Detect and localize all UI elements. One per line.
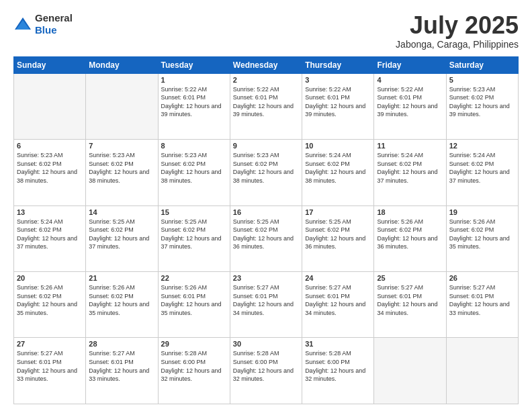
calendar-cell: 10Sunrise: 5:24 AMSunset: 6:02 PMDayligh…: [302, 140, 374, 205]
day-number: 22: [161, 274, 227, 282]
calendar-cell: 31Sunrise: 5:28 AMSunset: 6:00 PMDayligh…: [302, 338, 374, 404]
day-info: Sunrise: 5:23 AMSunset: 6:02 PMDaylight:…: [17, 151, 83, 185]
day-info: Sunrise: 5:26 AMSunset: 6:02 PMDaylight:…: [17, 283, 83, 317]
calendar-cell: 13Sunrise: 5:24 AMSunset: 6:02 PMDayligh…: [14, 205, 86, 271]
calendar-week-3: 13Sunrise: 5:24 AMSunset: 6:02 PMDayligh…: [14, 205, 519, 271]
logo-icon: [13, 16, 32, 32]
main-title: July 2025: [396, 12, 519, 39]
day-number: 18: [377, 208, 443, 216]
day-number: 8: [161, 142, 227, 150]
calendar-cell: [374, 338, 446, 404]
day-number: 15: [161, 208, 227, 216]
day-number: 12: [449, 142, 515, 150]
day-number: 26: [449, 274, 515, 282]
calendar-cell: 24Sunrise: 5:27 AMSunset: 6:01 PMDayligh…: [302, 272, 374, 338]
header: General Blue July 2025 Jabonga, Caraga, …: [13, 12, 519, 50]
day-number: 14: [89, 208, 154, 216]
day-number: 30: [233, 340, 299, 348]
logo-blue: Blue: [35, 24, 57, 36]
calendar-cell: 7Sunrise: 5:23 AMSunset: 6:02 PMDaylight…: [86, 140, 158, 205]
day-number: 24: [305, 274, 371, 282]
day-info: Sunrise: 5:27 AMSunset: 6:01 PMDaylight:…: [89, 349, 154, 383]
calendar-cell: 14Sunrise: 5:25 AMSunset: 6:02 PMDayligh…: [86, 205, 158, 271]
calendar-cell: 25Sunrise: 5:27 AMSunset: 6:01 PMDayligh…: [374, 272, 446, 338]
day-number: 10: [305, 142, 371, 150]
calendar-cell: 8Sunrise: 5:23 AMSunset: 6:02 PMDaylight…: [158, 140, 230, 205]
day-number: 27: [17, 340, 83, 348]
calendar-cell: 27Sunrise: 5:27 AMSunset: 6:01 PMDayligh…: [14, 338, 86, 404]
day-number: 13: [17, 208, 83, 216]
day-info: Sunrise: 5:24 AMSunset: 6:02 PMDaylight:…: [449, 151, 515, 185]
calendar-cell: 3Sunrise: 5:22 AMSunset: 6:01 PMDaylight…: [302, 73, 374, 139]
calendar-cell: 17Sunrise: 5:25 AMSunset: 6:02 PMDayligh…: [302, 205, 374, 271]
day-number: 23: [233, 274, 299, 282]
calendar-cell: 11Sunrise: 5:24 AMSunset: 6:02 PMDayligh…: [374, 140, 446, 205]
day-info: Sunrise: 5:26 AMSunset: 6:02 PMDaylight:…: [449, 218, 515, 251]
day-info: Sunrise: 5:27 AMSunset: 6:01 PMDaylight:…: [305, 283, 371, 317]
calendar-week-1: 1Sunrise: 5:22 AMSunset: 6:01 PMDaylight…: [14, 73, 519, 139]
calendar-cell: 12Sunrise: 5:24 AMSunset: 6:02 PMDayligh…: [446, 140, 518, 205]
day-info: Sunrise: 5:28 AMSunset: 6:00 PMDaylight:…: [161, 349, 227, 383]
calendar-cell: 15Sunrise: 5:25 AMSunset: 6:02 PMDayligh…: [158, 205, 230, 271]
day-number: 19: [449, 208, 515, 216]
calendar-header-monday: Monday: [86, 56, 158, 73]
calendar-cell: 18Sunrise: 5:26 AMSunset: 6:02 PMDayligh…: [374, 205, 446, 271]
calendar-cell: 26Sunrise: 5:27 AMSunset: 6:01 PMDayligh…: [446, 272, 518, 338]
day-number: 3: [305, 76, 371, 84]
day-info: Sunrise: 5:25 AMSunset: 6:02 PMDaylight:…: [161, 218, 227, 251]
day-info: Sunrise: 5:23 AMSunset: 6:02 PMDaylight:…: [449, 85, 515, 119]
day-info: Sunrise: 5:22 AMSunset: 6:01 PMDaylight:…: [377, 85, 443, 119]
calendar-cell: 28Sunrise: 5:27 AMSunset: 6:01 PMDayligh…: [86, 338, 158, 404]
calendar-cell: 23Sunrise: 5:27 AMSunset: 6:01 PMDayligh…: [230, 272, 302, 338]
calendar-week-4: 20Sunrise: 5:26 AMSunset: 6:02 PMDayligh…: [14, 272, 519, 338]
day-number: 5: [449, 76, 515, 84]
day-info: Sunrise: 5:24 AMSunset: 6:02 PMDaylight:…: [305, 151, 371, 185]
day-info: Sunrise: 5:28 AMSunset: 6:00 PMDaylight:…: [305, 349, 371, 383]
day-info: Sunrise: 5:28 AMSunset: 6:00 PMDaylight:…: [233, 349, 299, 383]
day-number: 20: [17, 274, 83, 282]
calendar-header-friday: Friday: [374, 56, 446, 73]
calendar-header-row: SundayMondayTuesdayWednesdayThursdayFrid…: [14, 56, 519, 73]
day-info: Sunrise: 5:24 AMSunset: 6:02 PMDaylight:…: [17, 218, 83, 251]
calendar-cell: 5Sunrise: 5:23 AMSunset: 6:02 PMDaylight…: [446, 73, 518, 139]
day-number: 11: [377, 142, 443, 150]
day-info: Sunrise: 5:22 AMSunset: 6:01 PMDaylight:…: [233, 85, 299, 119]
calendar-cell: 2Sunrise: 5:22 AMSunset: 6:01 PMDaylight…: [230, 73, 302, 139]
calendar-cell: [86, 73, 158, 139]
day-info: Sunrise: 5:23 AMSunset: 6:02 PMDaylight:…: [233, 151, 299, 185]
logo-text: General Blue: [35, 12, 73, 36]
calendar-table: SundayMondayTuesdayWednesdayThursdayFrid…: [13, 56, 519, 404]
logo: General Blue: [13, 12, 73, 36]
day-number: 17: [305, 208, 371, 216]
day-number: 7: [89, 142, 154, 150]
page: General Blue July 2025 Jabonga, Caraga, …: [0, 0, 532, 411]
day-number: 9: [233, 142, 299, 150]
calendar-week-5: 27Sunrise: 5:27 AMSunset: 6:01 PMDayligh…: [14, 338, 519, 404]
calendar-cell: 29Sunrise: 5:28 AMSunset: 6:00 PMDayligh…: [158, 338, 230, 404]
calendar-header-tuesday: Tuesday: [158, 56, 230, 73]
day-info: Sunrise: 5:26 AMSunset: 6:02 PMDaylight:…: [89, 283, 154, 317]
day-info: Sunrise: 5:22 AMSunset: 6:01 PMDaylight:…: [161, 85, 227, 119]
day-number: 2: [233, 76, 299, 84]
day-info: Sunrise: 5:27 AMSunset: 6:01 PMDaylight:…: [449, 283, 515, 317]
logo-general: General: [35, 12, 73, 24]
calendar-cell: [14, 73, 86, 139]
calendar-cell: 19Sunrise: 5:26 AMSunset: 6:02 PMDayligh…: [446, 205, 518, 271]
day-info: Sunrise: 5:27 AMSunset: 6:01 PMDaylight:…: [17, 349, 83, 383]
calendar-week-2: 6Sunrise: 5:23 AMSunset: 6:02 PMDaylight…: [14, 140, 519, 205]
day-number: 1: [161, 76, 227, 84]
day-info: Sunrise: 5:23 AMSunset: 6:02 PMDaylight:…: [161, 151, 227, 185]
calendar-cell: 22Sunrise: 5:26 AMSunset: 6:01 PMDayligh…: [158, 272, 230, 338]
day-info: Sunrise: 5:27 AMSunset: 6:01 PMDaylight:…: [377, 283, 443, 317]
calendar-cell: 16Sunrise: 5:25 AMSunset: 6:02 PMDayligh…: [230, 205, 302, 271]
calendar-cell: 9Sunrise: 5:23 AMSunset: 6:02 PMDaylight…: [230, 140, 302, 205]
day-info: Sunrise: 5:22 AMSunset: 6:01 PMDaylight:…: [305, 85, 371, 119]
day-number: 29: [161, 340, 227, 348]
calendar-cell: 20Sunrise: 5:26 AMSunset: 6:02 PMDayligh…: [14, 272, 86, 338]
day-number: 25: [377, 274, 443, 282]
day-info: Sunrise: 5:26 AMSunset: 6:02 PMDaylight:…: [377, 218, 443, 251]
calendar-header-wednesday: Wednesday: [230, 56, 302, 73]
calendar-cell: 21Sunrise: 5:26 AMSunset: 6:02 PMDayligh…: [86, 272, 158, 338]
calendar-cell: 4Sunrise: 5:22 AMSunset: 6:01 PMDaylight…: [374, 73, 446, 139]
day-info: Sunrise: 5:25 AMSunset: 6:02 PMDaylight:…: [233, 218, 299, 251]
